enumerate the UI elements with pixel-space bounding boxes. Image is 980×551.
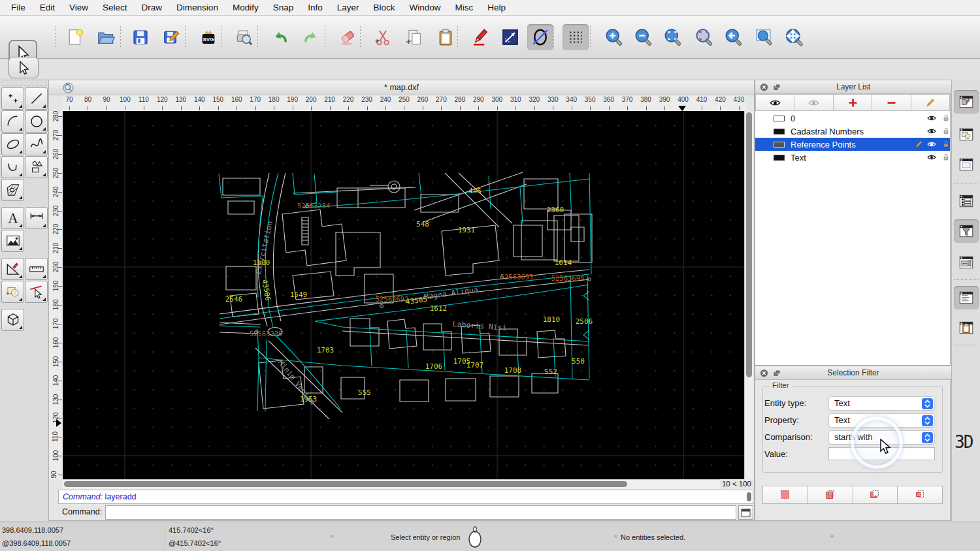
menu-edit[interactable]: Edit (33, 0, 62, 16)
layer-lock-icon[interactable] (941, 126, 951, 136)
spline-tool[interactable] (25, 133, 48, 155)
drawing-titlebar[interactable]: * map.dxf (49, 80, 754, 95)
menu-info[interactable]: Info (301, 0, 330, 16)
zoom-selection-button[interactable] (691, 24, 717, 50)
filter-select-entitytype[interactable]: Text (828, 396, 935, 411)
print-preview-button[interactable] (231, 24, 257, 50)
pencil-icon[interactable] (913, 139, 924, 150)
dock-block-list-button[interactable] (954, 123, 979, 146)
vertical-scrollbar[interactable] (744, 111, 753, 479)
filter-value-input[interactable] (828, 447, 935, 460)
layer-row-cadastral-numbers[interactable]: Cadastral Numbers (755, 125, 950, 138)
line-settings-button[interactable] (497, 24, 523, 50)
stepper-icon[interactable] (922, 398, 933, 409)
dock-3d-label[interactable]: 3D (955, 432, 979, 452)
layer-row-0[interactable]: 0 (755, 112, 950, 125)
layer-lock-icon[interactable] (941, 152, 951, 163)
menu-dimension[interactable]: Dimension (169, 0, 225, 16)
zoom-previous-button[interactable] (720, 24, 746, 50)
dimension-tool[interactable] (25, 207, 48, 229)
layer-lock-icon[interactable] (941, 113, 951, 123)
menu-layer[interactable]: Layer (330, 0, 367, 16)
modify-tool[interactable] (1, 258, 24, 280)
draw-pen-button[interactable] (467, 24, 493, 50)
stepper-icon[interactable] (922, 415, 933, 426)
arc-tool[interactable] (1, 110, 24, 133)
command-window-button[interactable] (738, 505, 753, 520)
layer-edit-button[interactable] (911, 94, 950, 111)
layer-visibility-icon[interactable] (926, 126, 937, 136)
menu-help[interactable]: Help (480, 0, 513, 16)
command-history[interactable]: Command: layeradd (58, 490, 753, 504)
polyline-tool[interactable] (1, 156, 24, 178)
vertical-scrollbar-thumb[interactable] (746, 112, 752, 377)
stepper-icon[interactable] (922, 432, 933, 443)
filter-select-comparison[interactable]: starts with (828, 430, 935, 445)
measure-tool[interactable] (25, 258, 48, 280)
horizontal-scrollbar[interactable] (63, 479, 720, 489)
layer-show-all-button[interactable] (755, 94, 794, 111)
zoom-window-button[interactable] (751, 24, 777, 50)
dock-command-line-button[interactable] (954, 286, 979, 309)
dock-property-editor-button[interactable] (954, 90, 979, 114)
layer-row-reference-points[interactable]: Reference Points (755, 138, 950, 151)
layer-visibility-icon[interactable] (926, 139, 937, 150)
dock-tool-options-button[interactable] (954, 251, 979, 274)
shape-tool[interactable] (25, 156, 48, 178)
draft-mode-button[interactable] (527, 24, 553, 50)
zoom-in-button[interactable] (600, 24, 627, 50)
text-tool[interactable]: A (1, 207, 24, 229)
menu-modify[interactable]: Modify (225, 0, 266, 16)
filter-remove-selection-button[interactable] (853, 486, 898, 504)
image-tool[interactable] (1, 230, 24, 252)
save-button[interactable] (127, 24, 154, 50)
dock-selection-filter-button[interactable] (954, 219, 979, 243)
menu-view[interactable]: View (62, 0, 95, 16)
cut-button[interactable] (370, 24, 396, 50)
menu-window[interactable]: Window (402, 0, 448, 16)
select-arrow-secondary-button[interactable] (8, 57, 39, 78)
layer-remove-button[interactable] (872, 94, 911, 111)
layer-row-text[interactable]: Text (755, 151, 950, 164)
grid-toggle-button[interactable] (563, 24, 589, 50)
menu-snap[interactable]: Snap (266, 0, 301, 16)
drawing-canvas[interactable]: 4452360548193116141580254615494350543506… (63, 111, 745, 479)
menu-draw[interactable]: Draw (135, 0, 170, 16)
hatch-tool[interactable] (1, 179, 24, 201)
block-tool[interactable] (1, 281, 24, 303)
filter-select-within-button[interactable] (898, 486, 943, 504)
ellipse-tool[interactable] (1, 133, 24, 155)
line-tool[interactable] (25, 87, 48, 110)
menu-block[interactable]: Block (367, 0, 402, 16)
filter-add-selection-button[interactable] (808, 486, 853, 504)
undo-button[interactable] (267, 24, 293, 50)
layer-visibility-icon[interactable] (926, 152, 937, 163)
zoom-out-button[interactable] (630, 24, 656, 50)
layer-lock-icon[interactable] (941, 139, 951, 150)
select-tool[interactable] (25, 281, 48, 303)
filter-select-property[interactable]: Text (828, 413, 935, 428)
menu-misc[interactable]: Misc (448, 0, 481, 16)
menu-select[interactable]: Select (95, 0, 135, 16)
circle-tool[interactable] (25, 110, 48, 133)
palette-drag-handle[interactable] (3, 80, 47, 86)
save-as-button[interactable] (159, 24, 185, 50)
paste-button[interactable] (433, 24, 459, 50)
new-file-button[interactable] (62, 24, 88, 50)
horizontal-scrollbar-thumb[interactable] (64, 481, 627, 487)
layer-add-button[interactable] (834, 94, 872, 111)
dock-clipboard-button[interactable] (954, 316, 979, 339)
open-file-button[interactable] (93, 24, 119, 50)
filter-select-all-button[interactable] (762, 486, 808, 504)
dock-view-list-button[interactable] (954, 189, 979, 213)
command-input[interactable] (105, 505, 736, 520)
zoom-pan-button[interactable] (781, 24, 807, 50)
dock-library-browser-button[interactable] (954, 153, 979, 176)
redo-button[interactable] (298, 24, 324, 50)
layer-hide-all-button[interactable] (794, 94, 833, 111)
copy-button[interactable] (401, 24, 427, 50)
svg-export-button[interactable]: SVG (195, 24, 221, 50)
solid-3d-tool[interactable] (1, 309, 24, 331)
points-tool[interactable] (1, 87, 24, 110)
layer-visibility-icon[interactable] (926, 113, 937, 123)
